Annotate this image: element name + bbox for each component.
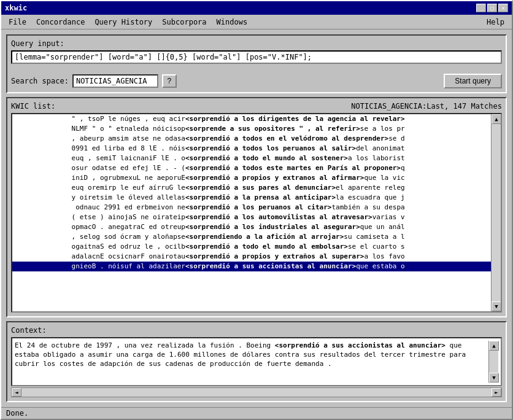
kwic-match: <sorprendió a los automovilistas al atra… [185,212,372,222]
kwic-list-label: KWIC list: [11,102,55,111]
kwic-scroll-area: rica que , según el Post , "<sorprendió … [12,114,491,311]
menu-concordance[interactable]: Concordance [31,17,90,28]
context-panel: Context: El 24 de octubre de 1997 , una … [6,321,507,402]
kwic-row[interactable]: sión . El 8 de abril de 1990<sorprendió … [12,144,491,154]
window-controls: _ □ ✕ [476,4,508,12]
kwic-row[interactable]: pietario en Sajonia ( este )<sorprendió … [12,212,491,222]
kwic-match: <sorprendió a todo el mundo al sostener> [185,154,348,163]
context-text: El 24 de octubre de 1997 , una vez reali… [15,341,479,383]
kwic-match: <sorprende a sus opositores " , al refer… [185,124,360,134]
kwic-match: <sorprendiendo a la afición al arrojar> [185,232,344,242]
h-scroll-right[interactable]: ► [492,388,501,397]
kwic-match: <sorprendió a los dirigentes de la agenc… [185,114,405,124]
kwic-match: <sorprendió a todos los peruanos al sali… [185,144,356,154]
kwic-row[interactable]: realizada la fusión . Boeing<sorprendió … [12,262,491,271]
context-match: <sorprendió a sus accionistas al anuncia… [275,341,446,349]
kwic-row[interactable]: blico , el zurdo de Santiago<sorprendió … [12,242,491,252]
kwic-match: <sorprendió a la prensa al anticipar> [185,193,336,203]
kwic-row[interactable]: ) - . El jefe de estado ruso<sorprendió … [12,163,491,173]
menu-query-history[interactable]: Query History [90,17,157,28]
start-query-button[interactable]: Start query [444,74,502,88]
kwic-match: <sorprendió a todo el mundo al embolsar> [185,242,348,252]
kwic-row[interactable]: salella develó el misterio y<sorprendió … [12,193,491,203]
kwic-row[interactable]: o . El Financial Times , que<sorprendió … [12,154,491,163]
kwic-row[interactable]: rica que , según el Post , "<sorprendió … [12,114,491,124]
menu-file[interactable]: File [4,17,31,28]
kwic-row[interactable]: uatoriano Francisco Encalada<sorprendió … [12,252,491,262]
context-before: El 24 de octubre de 1997 , una vez reali… [15,341,275,349]
question-button[interactable]: ? [162,74,177,88]
kwic-match: <sorprendió a los peruanos al citar> [185,203,331,212]
window-title: xkwic [5,4,27,12]
kwic-match: <sorprendió a los industriales al asegur… [185,222,360,232]
maximize-button[interactable]: □ [487,4,497,12]
kwic-match: <sorprendió a todos este martes en París… [185,163,401,173]
menu-help[interactable]: Help [482,17,509,28]
main-window: xkwic _ □ ✕ File Concordance Query Histo… [0,0,513,420]
context-scroll-down[interactable]: ▼ [489,373,499,383]
scroll-down-button[interactable]: ▼ [492,301,501,311]
search-space-label: Search space: [11,77,69,85]
status-bar: Done. [1,407,512,419]
scroll-track[interactable] [492,124,501,301]
context-content: El 24 de octubre de 1997 , una vez reali… [11,337,502,386]
kwic-match: <sorprendió a propios y extraños al supe… [185,252,364,262]
kwic-match: <sorprendió a todos en el velódromo al d… [185,134,388,144]
query-panel: Query input: Search space: ? Start query [6,34,507,93]
status-text: Done. [6,409,28,418]
kwic-scrollbar: ▲ ▼ [491,114,501,311]
close-button[interactable]: ✕ [498,4,508,12]
kwic-match: <sorprendió a sus accionistas al anuncia… [185,262,356,271]
h-scroll-track[interactable] [21,388,492,397]
kwic-panel: KWIC list: NOTICIAS_AGENCIA:Last, 147 Ma… [6,97,507,317]
context-scroll-track[interactable] [489,351,498,373]
menu-bar: File Concordance Query History Subcorpor… [1,15,512,29]
kwic-row[interactable]: española y marcó dos goles ,<sorprendien… [12,232,491,242]
context-scroll-up[interactable]: ▲ [489,341,499,351]
kwic-row[interactable]: posición adelante " o " FMLN<sorprende a… [12,124,491,134]
search-space-input[interactable] [72,74,158,88]
query-input[interactable] [11,50,502,64]
context-scrollbar: ▲ ▼ [488,341,498,383]
menu-windows[interactable]: Windows [212,17,253,28]
kwic-row[interactable]: el Gurría fue el primero que<sorprendió … [12,183,491,193]
title-bar: xkwic _ □ ✕ [1,1,512,15]
kwic-header: KWIC list: NOTICIAS_AGENCIA:Last, 147 Ma… [11,102,502,111]
kwic-status: NOTICIAS_AGENCIA:Last, 147 Matches [351,102,502,111]
menu-subcorpora[interactable]: Subcorpora [157,17,211,28]
kwic-match: <sorprendió a sus pares al denunciar> [185,183,336,193]
kwic-row[interactable]: puerto de Cartagena . Ocampo<sorprendió … [12,222,491,232]
kwic-row[interactable]: asado en esta misma prueba ,<sorprendió … [12,134,491,144]
kwic-row[interactable]: Europea en Luxemburgo , Dini<sorprendió … [12,173,491,183]
scroll-up-button[interactable]: ▲ [492,114,501,124]
kwic-match: <sorprendió a propios y extranos al afir… [185,173,364,183]
query-input-label: Query input: [11,39,502,48]
minimize-button[interactable]: _ [476,4,486,12]
h-scroll-left[interactable]: ◄ [12,388,21,397]
context-label: Context: [11,326,502,335]
context-h-scrollbar[interactable]: ◄ ► [11,387,502,397]
kwic-content[interactable]: rica que , según el Post , "<sorprendió … [11,113,502,313]
kwic-row[interactable]: en noviembre de 1992 cuando<sorprendió a… [12,203,491,212]
